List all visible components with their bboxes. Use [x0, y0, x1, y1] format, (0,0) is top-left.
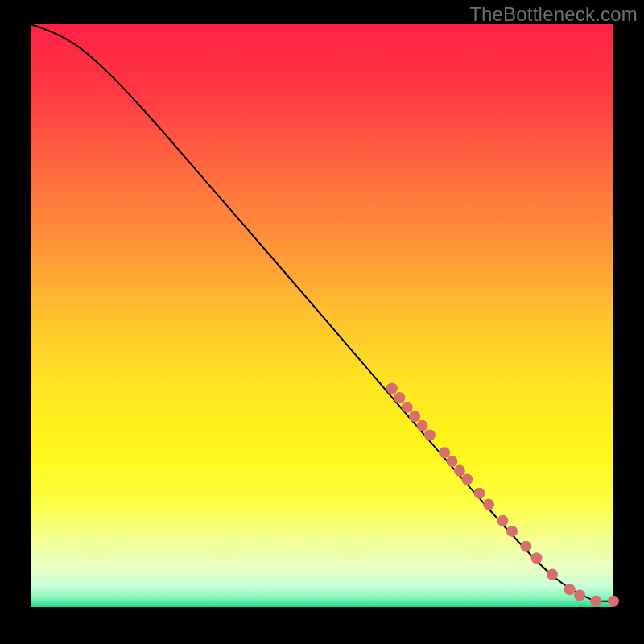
data-marker	[394, 392, 405, 403]
plot-svg	[31, 24, 613, 607]
watermark-text: TheBottleneck.com	[469, 3, 638, 26]
plot-area	[31, 24, 613, 607]
data-marker	[439, 447, 450, 458]
chart-frame: TheBottleneck.com	[0, 0, 644, 644]
data-marker	[417, 420, 428, 431]
data-marker	[547, 568, 558, 580]
data-marker	[483, 499, 494, 510]
data-marker	[608, 596, 619, 607]
data-marker	[461, 473, 473, 485]
data-marker	[454, 465, 465, 477]
data-marker	[574, 590, 585, 601]
data-marker	[409, 411, 420, 422]
data-marker	[424, 429, 436, 440]
data-marker	[446, 456, 457, 467]
data-marker	[473, 488, 485, 499]
data-marker	[386, 383, 398, 394]
data-marker	[590, 596, 601, 607]
data-marker	[497, 515, 508, 526]
data-marker	[530, 552, 542, 564]
data-marker	[506, 526, 518, 537]
data-marker	[402, 402, 413, 413]
data-marker	[564, 584, 576, 595]
data-marker	[520, 541, 531, 552]
